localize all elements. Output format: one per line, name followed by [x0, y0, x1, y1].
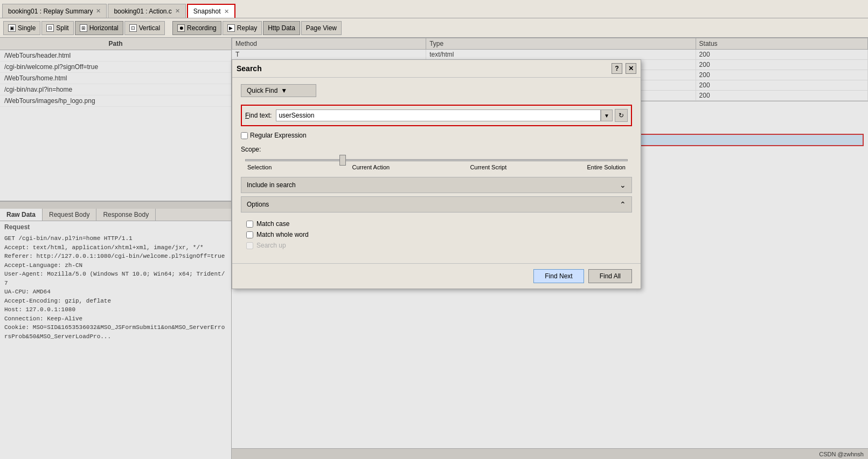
vertical-icon: ⊡ [129, 24, 137, 32]
match-whole-word-row: Match whole word [246, 231, 627, 238]
split-label: Split [56, 24, 68, 32]
find-text-label: Find text: [245, 112, 272, 119]
regex-row: Regular Expression [241, 132, 632, 139]
tab-replay-summary-close[interactable]: ✕ [96, 8, 101, 15]
tab-replay-summary-label: booking01 : Replay Summary [8, 8, 93, 15]
scope-tick-3: Entire Solution [587, 164, 626, 170]
dialog-close-button[interactable]: ✕ [626, 63, 636, 74]
options-section: Match case Match whole word Search up [241, 216, 632, 257]
tab-action[interactable]: booking01 : Action.c ✕ [108, 4, 185, 18]
single-icon: ▣ [8, 24, 16, 32]
horizontal-icon: ⊞ [80, 24, 87, 32]
dialog-footer: Find Next Find All [232, 263, 641, 289]
page-view-button[interactable]: Page View [301, 21, 342, 35]
find-next-button[interactable]: Find Next [533, 269, 584, 283]
split-icon: ⊟ [46, 24, 54, 32]
scope-tick-0: Selection [247, 164, 272, 170]
vertical-label: Vertical [139, 24, 160, 32]
tab-action-label: booking01 : Action.c [114, 8, 171, 15]
find-text-dropdown[interactable]: ▼ [601, 109, 613, 121]
single-button[interactable]: ▣ Single [3, 21, 40, 35]
options-label: Options [247, 201, 269, 208]
split-button[interactable]: ⊟ Split [41, 21, 73, 35]
regex-checkbox[interactable] [241, 132, 248, 139]
search-up-row: Search up [246, 242, 627, 249]
regex-label: Regular Expression [250, 132, 307, 139]
find-all-button[interactable]: Find All [588, 269, 632, 283]
replay-icon: ▶ [227, 24, 235, 32]
find-text-input[interactable] [276, 109, 601, 121]
match-case-label: Match case [256, 220, 289, 228]
options-arrow: ⌃ [620, 200, 626, 209]
include-in-search-label: Include in search [247, 181, 296, 189]
include-in-search-header[interactable]: Include in search ⌄ [241, 177, 632, 193]
scope-row: Scope: Selection Current Action Current … [241, 146, 632, 170]
single-label: Single [18, 24, 36, 32]
tab-snapshot[interactable]: Snapshot ✕ [187, 4, 235, 18]
tab-bar: booking01 : Replay Summary ✕ booking01 :… [0, 0, 868, 18]
scope-tick-1: Current Action [352, 164, 390, 170]
find-refresh-button[interactable]: ↻ [615, 109, 628, 122]
dialog-titlebar-buttons: ? ✕ [612, 63, 636, 74]
options-header[interactable]: Options ⌃ [241, 196, 632, 213]
scope-tick-2: Current Script [470, 164, 506, 170]
scope-slider[interactable] [245, 159, 628, 161]
vertical-button[interactable]: ⊡ Vertical [124, 21, 165, 35]
main-area: Path /WebTours/header.html /cgi-bin/welc… [0, 38, 868, 459]
scope-label: Scope: [241, 146, 261, 153]
match-whole-word-checkbox[interactable] [246, 231, 253, 238]
replay-button[interactable]: ▶ Replay [223, 21, 262, 35]
dialog-title: Search [237, 64, 262, 73]
horizontal-label: Horizontal [89, 24, 119, 32]
dialog-help-button[interactable]: ? [612, 63, 622, 74]
quick-find-row: Quick Find ▼ [241, 84, 632, 97]
quick-find-label: Quick Find [247, 87, 277, 94]
page-view-label: Page View [306, 24, 337, 32]
match-case-row: Match case [246, 220, 627, 228]
match-case-checkbox[interactable] [246, 221, 253, 228]
match-whole-word-label: Match whole word [256, 231, 309, 238]
quick-find-arrow: ▼ [281, 87, 287, 94]
search-up-label: Search up [256, 242, 286, 249]
recording-label: Recording [187, 24, 217, 32]
search-dialog: Search ? ✕ Quick Find ▼ Find text: ▼ ↻ [232, 59, 641, 289]
search-up-checkbox[interactable] [246, 242, 253, 249]
dialog-body: Quick Find ▼ Find text: ▼ ↻ Regular Expr… [232, 78, 641, 263]
scope-slider-container: Selection Current Action Current Script … [241, 155, 632, 170]
include-in-search-arrow: ⌄ [620, 181, 626, 189]
recording-icon: ⏺ [177, 24, 185, 32]
regex-checkbox-label[interactable]: Regular Expression [241, 132, 307, 139]
http-data-button[interactable]: Http Data [263, 21, 300, 35]
tab-action-close[interactable]: ✕ [175, 8, 180, 15]
toolbar: ▣ Single ⊟ Split ⊞ Horizontal ⊡ Vertical… [0, 18, 868, 38]
quick-find-button[interactable]: Quick Find ▼ [241, 84, 316, 97]
recording-button[interactable]: ⏺ Recording [172, 21, 221, 35]
dialog-titlebar: Search ? ✕ [232, 60, 641, 78]
replay-label: Replay [237, 24, 257, 32]
tab-replay-summary[interactable]: booking01 : Replay Summary ✕ [2, 4, 107, 18]
http-data-label: Http Data [268, 24, 295, 32]
tab-snapshot-label: Snapshot [193, 8, 221, 15]
tab-snapshot-close[interactable]: ✕ [224, 8, 229, 15]
find-text-row: Find text: ▼ ↻ [241, 105, 632, 126]
horizontal-button[interactable]: ⊞ Horizontal [75, 21, 123, 35]
